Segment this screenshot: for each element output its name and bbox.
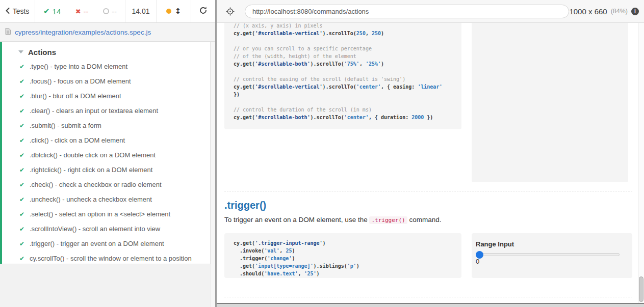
- check-icon: ✔: [19, 63, 27, 70]
- test-item[interactable]: ✔.check() - check a checkbox or radio el…: [2, 177, 210, 192]
- test-label: .select() - select an option in a <selec…: [30, 210, 170, 218]
- auto-scroll-control[interactable]: ↕: [157, 0, 191, 22]
- test-item[interactable]: ✔cy.scrollTo() - scroll the window or el…: [2, 251, 210, 266]
- check-icon: ✔: [19, 226, 27, 233]
- check-icon: ✔: [19, 137, 27, 144]
- code-block-trigger: cy.get('.trigger-input-range') .invoke('…: [224, 233, 461, 278]
- test-list: ✔.type() - type into a DOM element✔.focu…: [2, 59, 210, 266]
- check-icon: ✔: [19, 122, 27, 129]
- test-label: .submit() - submit a form: [30, 122, 101, 129]
- restart-tests-button[interactable]: [191, 0, 215, 22]
- check-icon: ✔: [19, 152, 27, 159]
- aut-frame: // (x axis, y axis) in pixelscy.get('#sc…: [217, 23, 638, 303]
- test-item[interactable]: ✔.select() - select an option in a <sele…: [2, 207, 210, 221]
- test-label: .blur() - blur off a DOM element: [30, 92, 121, 100]
- back-to-tests-button[interactable]: Tests: [0, 0, 35, 22]
- trigger-description: To trigger an event on a DOM element, us…: [224, 216, 441, 224]
- x-icon: ✖: [75, 8, 81, 15]
- code-block-scrollto: // (x axis, y axis) in pixelscy.get('#sc…: [224, 23, 461, 129]
- passed-stat: ✔ 14: [43, 7, 61, 16]
- cypress-test-runner: Tests ✔ 14 ✖ -- -- 14.01 ↕: [0, 0, 644, 307]
- file-icon: [5, 27, 11, 37]
- test-item[interactable]: ✔.focus() - focus on a DOM element: [2, 74, 210, 89]
- suite-title: Actions: [28, 48, 56, 57]
- test-item[interactable]: ✔.trigger() - trigger an event on a DOM …: [2, 236, 210, 251]
- spec-path-link[interactable]: cypress/integration/examples/actions.spe…: [15, 29, 151, 36]
- range-panel: Range Input 0: [472, 233, 632, 278]
- spec-bar: cypress/integration/examples/actions.spe…: [0, 23, 215, 42]
- aut-scrollbar[interactable]: [638, 23, 644, 303]
- aut-header: http://localhost:8080/commands/actions 1…: [217, 0, 644, 23]
- viewport-info: 1000 x 660 (84%) i: [569, 0, 639, 22]
- runner-header: Tests ✔ 14 ✖ -- -- 14.01 ↕: [0, 0, 215, 23]
- check-icon: ✔: [43, 7, 50, 16]
- test-stats: ✔ 14 ✖ -- --: [35, 0, 125, 22]
- range-label: Range Input: [476, 240, 514, 248]
- test-item[interactable]: ✔.scrollIntoView() - scroll an element i…: [2, 221, 210, 236]
- test-label: .scrollIntoView() - scroll an element in…: [30, 225, 160, 233]
- check-icon: ✔: [19, 181, 27, 188]
- suite-header[interactable]: Actions: [2, 45, 210, 59]
- test-item[interactable]: ✔.uncheck() - uncheck a checkbox element: [2, 192, 210, 207]
- aut-frame-bottom-edge: [217, 303, 644, 304]
- trigger-heading: .trigger(): [224, 200, 266, 211]
- test-label: .type() - type into a DOM element: [30, 63, 127, 70]
- test-label: .click() - click on a DOM element: [30, 136, 125, 144]
- url-input[interactable]: http://localhost:8080/commands/actions: [245, 5, 569, 18]
- failed-stat: ✖ --: [75, 7, 89, 16]
- test-item[interactable]: ✔.dblclick() - double click on a DOM ele…: [2, 148, 210, 162]
- range-value: 0: [476, 258, 479, 265]
- refresh-icon: [199, 6, 208, 17]
- test-item[interactable]: ✔.type() - type into a DOM element: [2, 59, 210, 74]
- test-label: .focus() - focus on a DOM element: [30, 77, 131, 85]
- header-bar: Tests ✔ 14 ✖ -- -- 14.01 ↕: [0, 0, 644, 23]
- inline-code: .trigger(): [369, 216, 407, 224]
- check-icon: ✔: [19, 255, 27, 262]
- test-label: .rightclick() - right click on a DOM ele…: [30, 166, 152, 174]
- description-text: To trigger an event on a DOM element, us…: [224, 216, 369, 224]
- caret-down-icon: [18, 50, 23, 53]
- check-icon: ✔: [19, 240, 27, 247]
- aut-area: // (x axis, y axis) in pixelscy.get('#sc…: [217, 23, 644, 307]
- test-label: .check() - check a checkbox or radio ele…: [30, 181, 162, 188]
- viewport-size: 1000 x 660: [569, 7, 607, 16]
- check-icon: ✔: [19, 107, 27, 115]
- check-icon: ✔: [19, 196, 27, 203]
- test-results: Actions ✔.type() - type into a DOM eleme…: [0, 42, 211, 264]
- test-label: cy.scrollTo() - scroll the window or ele…: [30, 255, 192, 262]
- crosshair-icon: [226, 9, 235, 17]
- circle-icon: [103, 8, 109, 14]
- passed-count: 14: [53, 7, 61, 16]
- section-divider: [224, 297, 632, 297]
- panel-divider[interactable]: [215, 0, 217, 307]
- failed-count: --: [84, 7, 89, 16]
- check-icon: ✔: [19, 211, 27, 218]
- test-label: .trigger() - trigger an event on a DOM e…: [30, 240, 164, 247]
- check-icon: ✔: [19, 93, 27, 100]
- pending-stat: --: [103, 7, 117, 16]
- range-input-slider[interactable]: [476, 249, 624, 260]
- test-item[interactable]: ✔.blur() - blur off a DOM element: [2, 89, 210, 103]
- section-divider: [224, 191, 632, 191]
- up-down-arrow-icon: ↕: [175, 7, 182, 16]
- scroll-demo-panel: 100 x 100 100 x 100 I'm Here: [472, 23, 628, 182]
- test-label: .clear() - clears an input or textarea e…: [30, 107, 158, 115]
- test-item[interactable]: ✔.clear() - clears an input or textarea …: [2, 103, 210, 118]
- orange-dot-icon: [166, 9, 171, 14]
- check-icon: ✔: [19, 78, 27, 85]
- selector-playground-button[interactable]: [226, 7, 235, 18]
- aut-scrollbar-thumb[interactable]: [639, 276, 643, 302]
- slider-track: [476, 253, 620, 256]
- test-item[interactable]: ✔.rightclick() - right click on a DOM el…: [2, 162, 210, 177]
- description-text: command.: [407, 216, 442, 224]
- back-label: Tests: [13, 7, 30, 15]
- chevron-left-icon: [6, 7, 10, 16]
- duration: 14.01: [125, 0, 157, 22]
- pending-count: --: [112, 7, 117, 16]
- sidebar-scrollbar[interactable]: [211, 42, 215, 307]
- test-item[interactable]: ✔.click() - click on a DOM element: [2, 133, 210, 148]
- viewport-scale: (84%): [611, 8, 628, 15]
- viewport-info-icon[interactable]: i: [631, 8, 639, 15]
- check-icon: ✔: [19, 166, 27, 174]
- test-item[interactable]: ✔.submit() - submit a form: [2, 118, 210, 133]
